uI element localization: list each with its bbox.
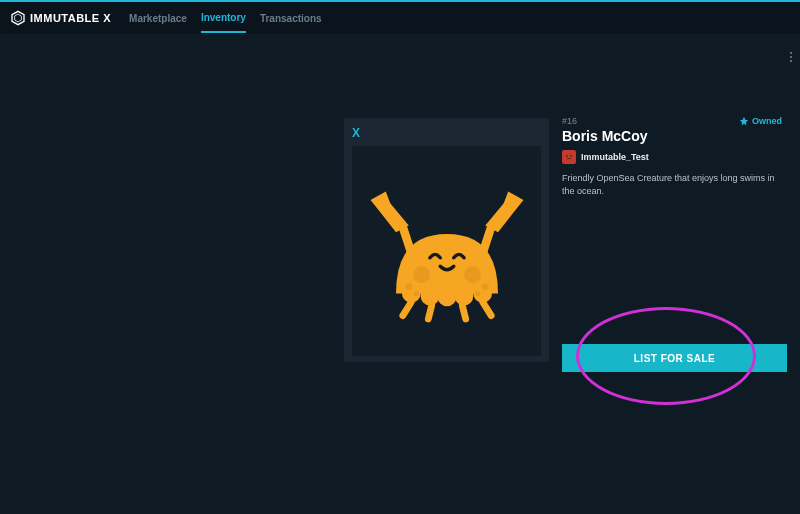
asset-card: X — [344, 118, 549, 362]
svg-point-9 — [413, 266, 430, 283]
owned-badge: Owned — [739, 116, 782, 126]
svg-point-11 — [405, 283, 412, 290]
svg-point-6 — [437, 288, 456, 307]
asset-description: Friendly OpenSea Creature that enjoys lo… — [562, 172, 782, 197]
svg-point-14 — [475, 291, 480, 296]
nav-marketplace[interactable]: Marketplace — [129, 4, 187, 32]
asset-title: Boris McCoy — [562, 128, 648, 144]
brand-name: IMMUTABLE X — [30, 12, 111, 24]
svg-point-17 — [570, 155, 572, 157]
svg-point-12 — [413, 291, 418, 296]
star-icon — [739, 116, 749, 126]
collection-row[interactable]: Immutable_Test — [562, 150, 782, 164]
svg-marker-1 — [15, 14, 22, 22]
crab-illustration-icon — [362, 166, 532, 336]
main-content: X — [0, 34, 800, 88]
collection-avatar-icon — [562, 150, 576, 164]
brand-hex-icon — [10, 10, 26, 26]
card-platform-x-icon: X — [352, 126, 541, 140]
asset-detail-panel: #16 Boris McCoy Owned Immutable_Test Fri… — [562, 116, 782, 197]
owned-label: Owned — [752, 116, 782, 126]
svg-rect-15 — [564, 152, 574, 162]
nav-inventory[interactable]: Inventory — [201, 3, 246, 33]
main-nav: Marketplace Inventory Transactions — [129, 3, 322, 33]
collection-name: Immutable_Test — [581, 152, 649, 162]
app-header: IMMUTABLE X Marketplace Inventory Transa… — [0, 2, 800, 34]
svg-marker-0 — [12, 11, 24, 24]
svg-point-16 — [566, 155, 568, 157]
list-for-sale-button[interactable]: LIST FOR SALE — [562, 344, 787, 372]
asset-id: #16 — [562, 116, 648, 126]
nav-transactions[interactable]: Transactions — [260, 4, 322, 32]
svg-point-13 — [481, 283, 488, 290]
brand-logo[interactable]: IMMUTABLE X — [10, 10, 111, 26]
svg-rect-18 — [567, 158, 571, 159]
svg-point-10 — [464, 266, 481, 283]
asset-image — [352, 146, 541, 356]
